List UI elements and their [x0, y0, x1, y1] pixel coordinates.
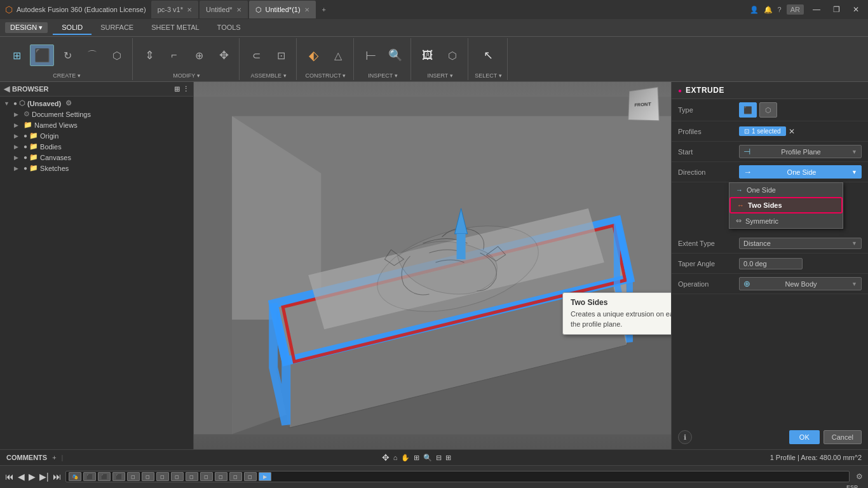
- tool-new-component[interactable]: ⊞: [5, 45, 28, 65]
- browser-expand-icon[interactable]: ⊞: [174, 85, 180, 93]
- viewport-home-icon[interactable]: ⌂: [393, 454, 398, 461]
- tab-untitled-close[interactable]: ✕: [236, 6, 241, 13]
- origin-visibility-icon[interactable]: ●: [24, 132, 27, 139]
- tool-extrude[interactable]: ⬛: [30, 44, 54, 66]
- tab-pc3v1-close[interactable]: ✕: [187, 6, 192, 13]
- info-btn[interactable]: ℹ: [678, 430, 692, 444]
- new-tab-btn[interactable]: +: [317, 3, 331, 16]
- tool-offset-plane[interactable]: ⬖: [302, 45, 325, 65]
- timeline-first-btn[interactable]: ⏮: [5, 471, 14, 482]
- tree-item-origin[interactable]: ▶ ● 📁 Origin: [1, 130, 192, 141]
- direction-two-sides[interactable]: ↔ Two Sides: [729, 197, 843, 214]
- tab-pc3v1[interactable]: pc-3 v1* ✕: [151, 1, 198, 18]
- tab-sheetmetal[interactable]: SHEET METAL: [142, 21, 208, 35]
- restore-btn[interactable]: ❐: [829, 4, 844, 15]
- taper-input[interactable]: [739, 258, 803, 269]
- tab-untitled1[interactable]: ⬡ Untitled*(1) ✕: [249, 1, 316, 18]
- tool-press-pull[interactable]: ⇕: [138, 45, 161, 65]
- browser-menu-icon[interactable]: ⋮: [182, 85, 189, 93]
- nav-cube[interactable]: FRONT: [627, 88, 665, 126]
- tool-decal[interactable]: ⬡: [441, 45, 464, 65]
- tree-item-named-views[interactable]: ▶ 📁 Named Views: [1, 119, 192, 130]
- timeline-next-btn[interactable]: ▶|: [39, 471, 49, 482]
- browser-collapse-icon[interactable]: ◀: [4, 85, 10, 93]
- timeline-step-10[interactable]: ◻: [200, 472, 213, 481]
- tool-measure[interactable]: ⊢: [359, 45, 382, 65]
- tool-combine[interactable]: ⊕: [187, 45, 210, 65]
- tab-solid[interactable]: SOLID: [53, 21, 92, 35]
- clock[interactable]: ESP LAA 15:48 31/05/2021: [826, 484, 858, 488]
- tree-item-bodies[interactable]: ▶ ● 📁 Bodies: [1, 141, 192, 152]
- nav-cube-face[interactable]: FRONT: [628, 87, 660, 121]
- sketches-visibility-icon[interactable]: ●: [24, 165, 27, 172]
- help-icon: ?: [778, 6, 782, 13]
- timeline-step-7[interactable]: ◻: [156, 472, 169, 481]
- bodies-visibility-icon[interactable]: ●: [24, 143, 27, 150]
- timeline-step-1[interactable]: 🎭: [69, 472, 81, 481]
- timeline-step-6[interactable]: ◻: [142, 472, 154, 481]
- extrude-close-icon[interactable]: ●: [678, 87, 682, 94]
- timeline-step-9[interactable]: ◻: [186, 472, 198, 481]
- tab-surface[interactable]: SURFACE: [92, 21, 142, 35]
- viewport-pan-icon[interactable]: ✋: [401, 454, 410, 462]
- timeline-step-4[interactable]: ⬛: [112, 472, 125, 481]
- tool-insert-mesh[interactable]: 🖼: [416, 45, 439, 65]
- viewport[interactable]: Two Sides Creates a unique extrusion on …: [194, 82, 671, 449]
- close-btn[interactable]: ✕: [849, 4, 863, 15]
- design-dropdown-btn[interactable]: DESIGN ▾: [5, 22, 48, 33]
- profiles-clear-btn[interactable]: ✕: [789, 127, 795, 136]
- canvases-visibility-icon[interactable]: ●: [24, 154, 27, 161]
- comments-expand-icon[interactable]: +: [52, 454, 56, 461]
- tree-item-doc-settings[interactable]: ▶ ⚙ Document Settings: [1, 109, 192, 119]
- operation-select[interactable]: ⊕ New Body ▼: [739, 277, 862, 290]
- timeline-settings-icon[interactable]: ⚙: [856, 472, 863, 481]
- timeline-prev-btn[interactable]: ◀: [18, 471, 25, 482]
- profiles-count: 1 selected: [752, 128, 781, 135]
- type-solid-btn[interactable]: ⬛: [739, 102, 757, 118]
- tree-item-canvases[interactable]: ▶ ● 📁 Canvases: [1, 152, 192, 163]
- timeline-step-3[interactable]: ⬛: [98, 472, 111, 481]
- start-select[interactable]: ⊣ Profile Plane ▼: [739, 145, 862, 158]
- timeline-step-current[interactable]: ▶: [259, 472, 271, 481]
- viewport-zoom-icon[interactable]: 🔍: [423, 454, 432, 462]
- direction-select[interactable]: → One Side ▼: [739, 165, 862, 179]
- tool-plane-angle[interactable]: △: [327, 45, 349, 65]
- tab-untitled1-close[interactable]: ✕: [304, 6, 309, 13]
- viewport-display-icon[interactable]: ⊞: [445, 454, 451, 462]
- timeline-track[interactable]: 🎭 ⬛ ⬛ ⬛ ◻ ◻ ◻ ◻ ◻ ◻ ◻ ◻ ◻ ▶: [65, 471, 850, 482]
- tab-tools[interactable]: TOOLS: [208, 21, 250, 35]
- timeline-step-8[interactable]: ◻: [171, 472, 184, 481]
- timeline-step-13[interactable]: ◻: [244, 472, 257, 481]
- extent-type-select[interactable]: Distance ▼: [739, 238, 862, 249]
- timeline-step-2[interactable]: ⬛: [83, 472, 96, 481]
- ok-button[interactable]: OK: [789, 430, 820, 444]
- profiles-selected-btn[interactable]: ⊡ 1 selected: [739, 126, 786, 136]
- direction-symmetric[interactable]: ⇔ Symmetric: [729, 214, 843, 228]
- tool-select[interactable]: ↖: [477, 45, 500, 65]
- tool-fillet[interactable]: ⌐: [163, 45, 186, 65]
- tool-zebra[interactable]: 🔍: [384, 45, 407, 65]
- viewport-nav-icon[interactable]: ✥: [382, 452, 390, 463]
- tool-revolve[interactable]: ↻: [56, 45, 79, 65]
- tab-untitled[interactable]: Untitled* ✕: [200, 1, 248, 18]
- tree-item-root[interactable]: ▼ ● ⬡ (Unsaved) ⚙: [1, 98, 192, 109]
- root-visibility-icon[interactable]: ●: [13, 100, 17, 107]
- tool-box[interactable]: ⬡: [105, 45, 128, 65]
- viewport-zoom-fit-icon[interactable]: ⊞: [414, 454, 419, 462]
- direction-one-side[interactable]: → One Side: [729, 183, 843, 197]
- type-surface-btn[interactable]: ⬡: [759, 102, 777, 118]
- timeline-play-btn[interactable]: ▶: [29, 471, 36, 482]
- root-settings-icon[interactable]: ⚙: [65, 99, 72, 107]
- timeline-step-12[interactable]: ◻: [229, 472, 242, 481]
- viewport-grid-icon[interactable]: ⊟: [436, 454, 442, 462]
- timeline-last-btn[interactable]: ⏭: [53, 471, 62, 482]
- timeline-step-11[interactable]: ◻: [215, 472, 227, 481]
- minimize-btn[interactable]: —: [809, 4, 824, 15]
- tool-joint[interactable]: ⊂: [245, 45, 268, 65]
- tree-item-sketches[interactable]: ▶ ● 📁 Sketches: [1, 163, 192, 173]
- cancel-button[interactable]: Cancel: [824, 430, 862, 444]
- tool-sweep[interactable]: ⌒: [81, 45, 104, 65]
- tool-rigid-group[interactable]: ⊡: [269, 45, 292, 65]
- timeline-step-5[interactable]: ◻: [127, 472, 140, 481]
- tool-move[interactable]: ✥: [212, 45, 235, 65]
